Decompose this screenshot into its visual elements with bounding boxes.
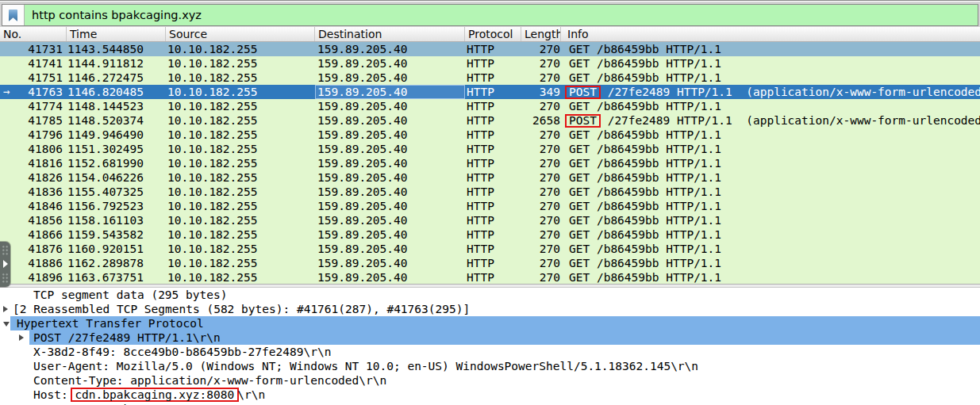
cell-length: 270 — [521, 227, 561, 242]
detail-line[interactable]: POST /27fe2489 HTTP/1.1\r\n — [0, 330, 980, 345]
expander-collapsed-icon[interactable] — [19, 334, 24, 341]
packet-row[interactable]: 418461156.79252310.10.182.255159.89.205.… — [0, 199, 980, 213]
display-filter-bar: http contains bpakcaging.xyz — [0, 2, 980, 27]
cell-no: 41806 — [0, 142, 67, 156]
detail-line[interactable]: TCP segment data (295 bytes) — [0, 288, 980, 302]
cell-length: 270 — [521, 99, 561, 113]
cell-time: 1149.946490 — [67, 128, 166, 142]
cell-time: 1159.543582 — [67, 227, 166, 242]
cell-info: GET /b86459bb HTTP/1.1 — [561, 199, 980, 213]
column-header-info[interactable]: Info — [561, 27, 980, 41]
cell-no: 41751 — [0, 71, 67, 85]
expand-right-icon — [3, 260, 8, 268]
cell-source: 10.10.182.255 — [166, 170, 315, 185]
annotation-red-box: POST — [565, 114, 601, 128]
cell-protocol: HTTP — [465, 56, 521, 71]
packet-row[interactable]: →417631146.82048510.10.182.255159.89.205… — [0, 85, 980, 99]
cell-length: 270 — [521, 156, 561, 170]
packet-row[interactable]: 418761160.92015110.10.182.255159.89.205.… — [0, 242, 980, 256]
filter-bookmark-button[interactable] — [2, 5, 25, 25]
detail-line[interactable]: Content-Length: 295\r\n — [0, 402, 980, 405]
packet-row[interactable]: 418061151.30249510.10.182.255159.89.205.… — [0, 142, 980, 156]
packet-row[interactable]: 418861162.28987810.10.182.255159.89.205.… — [0, 256, 980, 270]
column-header-source[interactable]: Source — [166, 27, 315, 41]
bookmark-icon — [9, 10, 17, 21]
cell-no: 41774 — [0, 99, 67, 113]
packet-row[interactable]: 417851148.52037410.10.182.255159.89.205.… — [0, 113, 980, 128]
packet-row[interactable]: 418361155.40732510.10.182.255159.89.205.… — [0, 185, 980, 199]
cell-destination: 159.89.205.40 — [315, 99, 465, 113]
cell-source: 10.10.182.255 — [166, 113, 315, 128]
cell-length: 270 — [521, 199, 561, 213]
column-header-length[interactable]: Length — [521, 27, 561, 41]
packet-row[interactable]: 417961149.94649010.10.182.255159.89.205.… — [0, 128, 980, 142]
cell-no: 41763 — [0, 85, 67, 99]
cell-destination: 159.89.205.40 — [315, 42, 465, 56]
cell-source: 10.10.182.255 — [166, 270, 315, 285]
cell-source: 10.10.182.255 — [166, 142, 315, 156]
display-filter-input[interactable]: http contains bpakcaging.xyz — [25, 5, 978, 25]
column-header-no[interactable]: No. — [0, 27, 67, 41]
cell-source: 10.10.182.255 — [166, 71, 315, 85]
packet-row[interactable]: 418961163.67375110.10.182.255159.89.205.… — [0, 270, 980, 285]
cell-time: 1155.407325 — [67, 185, 166, 199]
cell-length: 270 — [521, 56, 561, 71]
detail-text: User-Agent: Mozilla/5.0 (Windows NT; Win… — [33, 359, 698, 373]
pane-handle[interactable] — [0, 242, 10, 287]
expander-collapsed-icon[interactable] — [3, 306, 8, 312]
cell-protocol: HTTP — [465, 128, 521, 142]
packet-row[interactable]: 417511146.27247510.10.182.255159.89.205.… — [0, 71, 980, 85]
detail-text: POST /27fe2489 HTTP/1.1\r\n — [33, 330, 221, 345]
cell-info: GET /b86459bb HTTP/1.1 — [561, 142, 980, 156]
cell-length: 2658 — [521, 113, 561, 128]
packet-row[interactable]: 417411144.91181210.10.182.255159.89.205.… — [0, 56, 980, 71]
cell-length: 270 — [521, 256, 561, 270]
cell-info: GET /b86459bb HTTP/1.1 — [561, 128, 980, 142]
annotation-red-box: POST — [565, 86, 601, 99]
cell-protocol: HTTP — [465, 142, 521, 156]
detail-line[interactable]: [2 Reassembled TCP Segments (582 bytes):… — [0, 302, 980, 316]
packet-row[interactable]: 418561158.16110310.10.182.255159.89.205.… — [0, 213, 980, 227]
cell-source: 10.10.182.255 — [166, 213, 315, 227]
column-header-time[interactable]: Time — [67, 27, 166, 41]
cell-no: 41836 — [0, 185, 67, 199]
cell-destination: 159.89.205.40 — [315, 256, 465, 270]
cell-time: 1158.161103 — [67, 213, 166, 227]
cell-source: 10.10.182.255 — [166, 256, 315, 270]
cell-protocol: HTTP — [465, 113, 521, 128]
packet-row[interactable]: 417741148.14452310.10.182.255159.89.205.… — [0, 99, 980, 113]
cell-source: 10.10.182.255 — [166, 242, 315, 256]
cell-destination: 159.89.205.40 — [315, 113, 465, 128]
cell-source: 10.10.182.255 — [166, 227, 315, 242]
cell-protocol: HTTP — [465, 170, 521, 185]
column-header-protocol[interactable]: Protocol — [465, 27, 521, 41]
cell-time: 1156.792523 — [67, 199, 166, 213]
cell-length: 270 — [521, 128, 561, 142]
cell-time: 1154.046226 — [67, 170, 166, 185]
cell-info: GET /b86459bb HTTP/1.1 — [561, 42, 980, 56]
packet-row[interactable]: 418661159.54358210.10.182.255159.89.205.… — [0, 227, 980, 242]
packet-list-header: No. Time Source Destination Protocol Len… — [0, 27, 980, 42]
cell-no: 41846 — [0, 199, 67, 213]
detail-line[interactable]: Content-Type: application/x-www-form-url… — [0, 373, 980, 388]
detail-line[interactable]: Hypertext Transfer Protocol — [0, 316, 980, 330]
cell-destination: 159.89.205.40 — [315, 270, 465, 285]
detail-line[interactable]: X-38d2-8f49: 8cce49b0-b86459bb-27fe2489\… — [0, 345, 980, 359]
cell-info: POST /27fe2489 HTTP/1.1 (application/x-w… — [561, 113, 980, 128]
cell-time: 1143.544850 — [67, 42, 166, 56]
detail-line[interactable]: User-Agent: Mozilla/5.0 (Windows NT; Win… — [0, 359, 980, 373]
cell-source: 10.10.182.255 — [166, 42, 315, 56]
expander-expanded-icon[interactable] — [3, 322, 10, 327]
cell-destination: 159.89.205.40 — [315, 242, 465, 256]
detail-text: X-38d2-8f49: 8cce49b0-b86459bb-27fe2489\… — [33, 345, 331, 359]
cell-source: 10.10.182.255 — [166, 128, 315, 142]
cell-info: GET /b86459bb HTTP/1.1 — [561, 99, 980, 113]
cell-destination: 159.89.205.40 — [315, 199, 465, 213]
packet-row[interactable]: 417311143.54485010.10.182.255159.89.205.… — [0, 42, 980, 56]
cell-protocol: HTTP — [465, 199, 521, 213]
cell-protocol: HTTP — [465, 156, 521, 170]
detail-line[interactable]: Host: cdn.bpakcaging.xyz:8080\r\n — [0, 388, 980, 402]
column-header-destination[interactable]: Destination — [315, 27, 465, 41]
packet-row[interactable]: 418161152.68199010.10.182.255159.89.205.… — [0, 156, 980, 170]
packet-row[interactable]: 418261154.04622610.10.182.255159.89.205.… — [0, 170, 980, 185]
